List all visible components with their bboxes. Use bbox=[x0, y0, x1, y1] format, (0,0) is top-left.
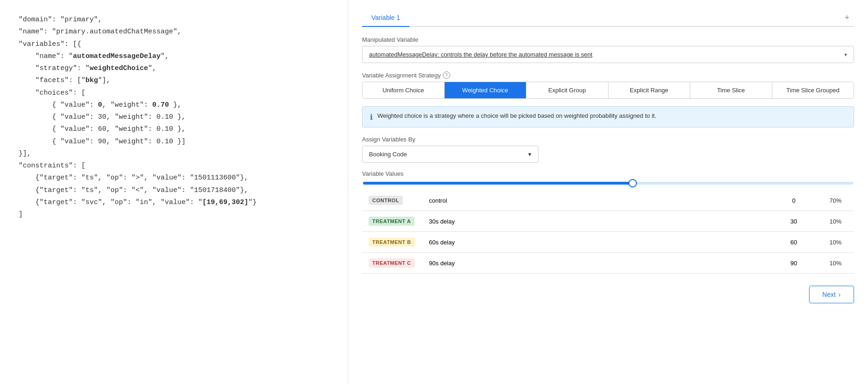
code-display: "domain": "primary","name": "primary.aut… bbox=[19, 14, 329, 221]
treatment-tag: CONTROL bbox=[369, 196, 403, 205]
tab-add-button[interactable]: + bbox=[840, 13, 854, 23]
code-line: "domain": "primary", bbox=[19, 14, 329, 26]
slider-fill bbox=[363, 182, 633, 185]
treatment-tag: TREATMENT B bbox=[369, 237, 415, 247]
manipulated-variable-value: automatedMessageDelay: controls the dela… bbox=[369, 51, 841, 58]
variable-values-label: Variable Values bbox=[362, 170, 854, 177]
strategy-btn-time-slice[interactable]: Time Slice bbox=[690, 82, 772, 98]
code-line: { "value": 60, "weight": 0.10 }, bbox=[19, 123, 329, 135]
treatment-description: 60s delay bbox=[422, 232, 771, 253]
help-icon[interactable]: ? bbox=[443, 71, 450, 79]
treatment-weight: 10% bbox=[817, 253, 854, 274]
code-line: { "value": 0, "weight": 0.70 }, bbox=[19, 99, 329, 111]
next-button[interactable]: Next › bbox=[809, 286, 854, 303]
code-line: "name": "primary.automatedChatMessage", bbox=[19, 26, 329, 38]
table-row: TREATMENT A30s delay3010% bbox=[362, 211, 854, 232]
code-line: { "value": 90, "weight": 0.10 }] bbox=[19, 136, 329, 148]
slider-thumb[interactable] bbox=[628, 179, 637, 187]
assign-variables-dropdown[interactable]: Booking Code ▾ bbox=[362, 146, 538, 163]
strategy-btn-time-slice-grouped[interactable]: Time Slice Grouped bbox=[772, 82, 854, 98]
treatment-tag: TREATMENT C bbox=[369, 258, 415, 268]
code-line: { "value": 30, "weight": 0.10 }, bbox=[19, 111, 329, 123]
code-line: "variables": [{ bbox=[19, 38, 329, 51]
treatment-weight: 70% bbox=[817, 190, 854, 211]
code-line: "name": "automatedMessageDelay", bbox=[19, 51, 329, 63]
table-row: CONTROLcontrol070% bbox=[362, 190, 854, 211]
strategy-btn-explicit-range[interactable]: Explicit Range bbox=[609, 82, 691, 98]
treatment-weight: 10% bbox=[817, 211, 854, 232]
code-line: {"target": "svc", "op": "in", "value": "… bbox=[19, 197, 329, 209]
code-line: {"target": "ts", "op": "<", "value": "15… bbox=[19, 185, 329, 197]
tab-variable-1[interactable]: Variable 1 bbox=[362, 9, 409, 27]
code-line: "facets": ["bkg"], bbox=[19, 75, 329, 87]
manipulated-variable-dropdown[interactable]: automatedMessageDelay: controls the dela… bbox=[362, 46, 854, 63]
assign-value: Booking Code bbox=[369, 151, 407, 158]
tabs-row: Variable 1 + bbox=[362, 9, 854, 27]
treatment-tag: TREATMENT A bbox=[369, 217, 415, 226]
slider-track bbox=[363, 182, 853, 185]
strategy-btn-weighted-choice[interactable]: Weighted Choice bbox=[445, 82, 527, 98]
strategy-buttons: Uniform ChoiceWeighted ChoiceExplicit Gr… bbox=[362, 82, 854, 99]
info-box: ℹ Weighted choice is a strategy where a … bbox=[362, 106, 854, 128]
code-line: ] bbox=[19, 209, 329, 221]
arrow-right-icon: › bbox=[838, 291, 841, 298]
variable-values-table: CONTROLcontrol070%TREATMENT A30s delay30… bbox=[362, 190, 854, 274]
treatment-description: 30s delay bbox=[422, 211, 771, 232]
treatment-value: 0 bbox=[771, 190, 817, 211]
next-label: Next bbox=[823, 291, 836, 298]
right-panel: Variable 1 + Manipulated Variable automa… bbox=[348, 0, 868, 384]
strategy-btn-explicit-group[interactable]: Explicit Group bbox=[526, 82, 609, 98]
code-line: {"target": "ts", "op": ">", "value": "15… bbox=[19, 172, 329, 184]
treatment-description: 90s delay bbox=[422, 253, 771, 274]
table-row: TREATMENT C90s delay9010% bbox=[362, 253, 854, 274]
chevron-down-icon: ▾ bbox=[844, 51, 847, 58]
manipulated-variable-label: Manipulated Variable bbox=[362, 36, 854, 43]
treatment-value: 60 bbox=[771, 232, 817, 253]
bottom-bar: Next › bbox=[362, 278, 854, 303]
treatment-description: control bbox=[422, 190, 771, 211]
code-line: "strategy": "weightedChoice", bbox=[19, 63, 329, 75]
assign-label: Assign Variables By bbox=[362, 136, 854, 143]
code-line: "choices": [ bbox=[19, 87, 329, 99]
treatment-value: 90 bbox=[771, 253, 817, 274]
left-panel: "domain": "primary","name": "primary.aut… bbox=[0, 0, 348, 384]
treatment-weight: 10% bbox=[817, 232, 854, 253]
treatment-value: 30 bbox=[771, 211, 817, 232]
info-icon: ℹ bbox=[370, 113, 373, 122]
code-line: "constraints": [ bbox=[19, 160, 329, 172]
strategy-btn-uniform-choice[interactable]: Uniform Choice bbox=[363, 82, 445, 98]
weight-slider[interactable] bbox=[362, 182, 854, 185]
table-row: TREATMENT B60s delay6010% bbox=[362, 232, 854, 253]
info-text: Weighted choice is a strategy where a ch… bbox=[377, 112, 656, 119]
strategy-label: Variable Assignment Strategy ? bbox=[362, 71, 854, 79]
code-line: }], bbox=[19, 148, 329, 160]
chevron-down-icon-2: ▾ bbox=[528, 151, 531, 158]
